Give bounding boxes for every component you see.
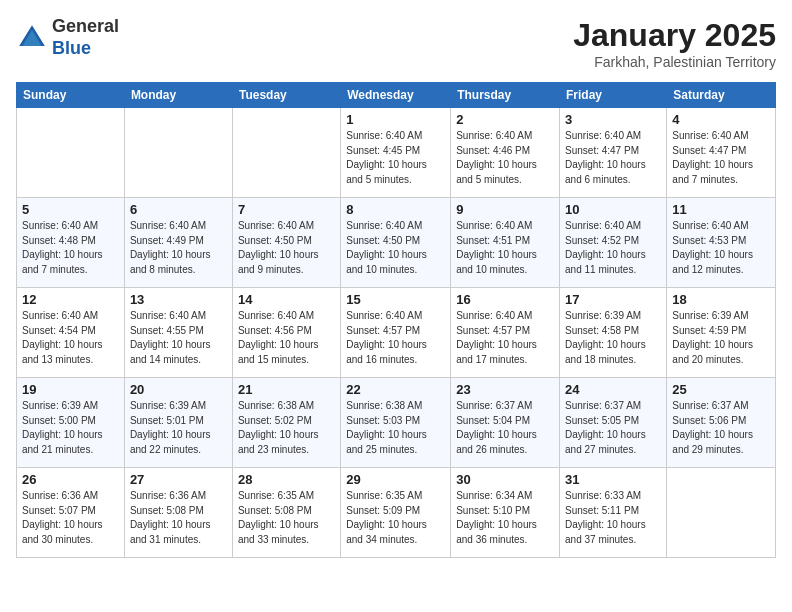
day-info: Sunrise: 6:40 AM Sunset: 4:57 PM Dayligh… (346, 309, 445, 367)
day-info: Sunrise: 6:40 AM Sunset: 4:56 PM Dayligh… (238, 309, 335, 367)
day-number: 9 (456, 202, 554, 217)
day-number: 14 (238, 292, 335, 307)
day-info: Sunrise: 6:40 AM Sunset: 4:54 PM Dayligh… (22, 309, 119, 367)
calendar-week-row: 12Sunrise: 6:40 AM Sunset: 4:54 PM Dayli… (17, 288, 776, 378)
calendar-cell: 18Sunrise: 6:39 AM Sunset: 4:59 PM Dayli… (667, 288, 776, 378)
calendar-cell: 17Sunrise: 6:39 AM Sunset: 4:58 PM Dayli… (560, 288, 667, 378)
calendar-cell: 8Sunrise: 6:40 AM Sunset: 4:50 PM Daylig… (341, 198, 451, 288)
column-header-friday: Friday (560, 83, 667, 108)
calendar-cell: 24Sunrise: 6:37 AM Sunset: 5:05 PM Dayli… (560, 378, 667, 468)
calendar-cell: 16Sunrise: 6:40 AM Sunset: 4:57 PM Dayli… (451, 288, 560, 378)
calendar-cell: 7Sunrise: 6:40 AM Sunset: 4:50 PM Daylig… (232, 198, 340, 288)
month-title: January 2025 (573, 16, 776, 54)
day-number: 15 (346, 292, 445, 307)
calendar-cell: 6Sunrise: 6:40 AM Sunset: 4:49 PM Daylig… (124, 198, 232, 288)
day-info: Sunrise: 6:39 AM Sunset: 4:59 PM Dayligh… (672, 309, 770, 367)
day-info: Sunrise: 6:40 AM Sunset: 4:47 PM Dayligh… (672, 129, 770, 187)
day-number: 29 (346, 472, 445, 487)
calendar-cell: 5Sunrise: 6:40 AM Sunset: 4:48 PM Daylig… (17, 198, 125, 288)
day-info: Sunrise: 6:37 AM Sunset: 5:05 PM Dayligh… (565, 399, 661, 457)
day-number: 5 (22, 202, 119, 217)
day-info: Sunrise: 6:40 AM Sunset: 4:50 PM Dayligh… (346, 219, 445, 277)
calendar-cell (17, 108, 125, 198)
day-number: 27 (130, 472, 227, 487)
day-number: 1 (346, 112, 445, 127)
day-number: 18 (672, 292, 770, 307)
calendar-cell: 23Sunrise: 6:37 AM Sunset: 5:04 PM Dayli… (451, 378, 560, 468)
day-number: 26 (22, 472, 119, 487)
day-number: 22 (346, 382, 445, 397)
calendar-cell: 21Sunrise: 6:38 AM Sunset: 5:02 PM Dayli… (232, 378, 340, 468)
day-number: 6 (130, 202, 227, 217)
calendar-cell: 10Sunrise: 6:40 AM Sunset: 4:52 PM Dayli… (560, 198, 667, 288)
day-number: 4 (672, 112, 770, 127)
day-number: 24 (565, 382, 661, 397)
location: Farkhah, Palestinian Territory (573, 54, 776, 70)
day-info: Sunrise: 6:35 AM Sunset: 5:08 PM Dayligh… (238, 489, 335, 547)
day-number: 7 (238, 202, 335, 217)
calendar-cell: 19Sunrise: 6:39 AM Sunset: 5:00 PM Dayli… (17, 378, 125, 468)
calendar-week-row: 26Sunrise: 6:36 AM Sunset: 5:07 PM Dayli… (17, 468, 776, 558)
calendar-header-row: SundayMondayTuesdayWednesdayThursdayFrid… (17, 83, 776, 108)
day-number: 23 (456, 382, 554, 397)
day-number: 31 (565, 472, 661, 487)
day-info: Sunrise: 6:40 AM Sunset: 4:53 PM Dayligh… (672, 219, 770, 277)
day-info: Sunrise: 6:40 AM Sunset: 4:49 PM Dayligh… (130, 219, 227, 277)
calendar-cell: 30Sunrise: 6:34 AM Sunset: 5:10 PM Dayli… (451, 468, 560, 558)
calendar-cell: 31Sunrise: 6:33 AM Sunset: 5:11 PM Dayli… (560, 468, 667, 558)
day-info: Sunrise: 6:40 AM Sunset: 4:46 PM Dayligh… (456, 129, 554, 187)
logo-icon (16, 22, 48, 54)
day-info: Sunrise: 6:34 AM Sunset: 5:10 PM Dayligh… (456, 489, 554, 547)
calendar-cell: 22Sunrise: 6:38 AM Sunset: 5:03 PM Dayli… (341, 378, 451, 468)
calendar-cell (667, 468, 776, 558)
day-info: Sunrise: 6:36 AM Sunset: 5:08 PM Dayligh… (130, 489, 227, 547)
day-info: Sunrise: 6:33 AM Sunset: 5:11 PM Dayligh… (565, 489, 661, 547)
day-info: Sunrise: 6:37 AM Sunset: 5:04 PM Dayligh… (456, 399, 554, 457)
calendar-cell: 3Sunrise: 6:40 AM Sunset: 4:47 PM Daylig… (560, 108, 667, 198)
calendar-week-row: 19Sunrise: 6:39 AM Sunset: 5:00 PM Dayli… (17, 378, 776, 468)
day-info: Sunrise: 6:40 AM Sunset: 4:47 PM Dayligh… (565, 129, 661, 187)
calendar-cell (232, 108, 340, 198)
column-header-sunday: Sunday (17, 83, 125, 108)
calendar-week-row: 1Sunrise: 6:40 AM Sunset: 4:45 PM Daylig… (17, 108, 776, 198)
day-number: 30 (456, 472, 554, 487)
day-info: Sunrise: 6:40 AM Sunset: 4:48 PM Dayligh… (22, 219, 119, 277)
calendar-cell: 13Sunrise: 6:40 AM Sunset: 4:55 PM Dayli… (124, 288, 232, 378)
day-number: 28 (238, 472, 335, 487)
day-number: 2 (456, 112, 554, 127)
column-header-monday: Monday (124, 83, 232, 108)
calendar-cell: 28Sunrise: 6:35 AM Sunset: 5:08 PM Dayli… (232, 468, 340, 558)
day-number: 11 (672, 202, 770, 217)
calendar-cell: 15Sunrise: 6:40 AM Sunset: 4:57 PM Dayli… (341, 288, 451, 378)
day-info: Sunrise: 6:38 AM Sunset: 5:02 PM Dayligh… (238, 399, 335, 457)
day-info: Sunrise: 6:37 AM Sunset: 5:06 PM Dayligh… (672, 399, 770, 457)
column-header-wednesday: Wednesday (341, 83, 451, 108)
day-info: Sunrise: 6:40 AM Sunset: 4:52 PM Dayligh… (565, 219, 661, 277)
calendar-table: SundayMondayTuesdayWednesdayThursdayFrid… (16, 82, 776, 558)
calendar-cell: 14Sunrise: 6:40 AM Sunset: 4:56 PM Dayli… (232, 288, 340, 378)
day-number: 19 (22, 382, 119, 397)
day-number: 3 (565, 112, 661, 127)
calendar-cell: 1Sunrise: 6:40 AM Sunset: 4:45 PM Daylig… (341, 108, 451, 198)
day-number: 10 (565, 202, 661, 217)
day-info: Sunrise: 6:39 AM Sunset: 5:00 PM Dayligh… (22, 399, 119, 457)
day-number: 12 (22, 292, 119, 307)
day-number: 16 (456, 292, 554, 307)
calendar-week-row: 5Sunrise: 6:40 AM Sunset: 4:48 PM Daylig… (17, 198, 776, 288)
day-number: 13 (130, 292, 227, 307)
day-number: 17 (565, 292, 661, 307)
day-info: Sunrise: 6:36 AM Sunset: 5:07 PM Dayligh… (22, 489, 119, 547)
column-header-saturday: Saturday (667, 83, 776, 108)
column-header-tuesday: Tuesday (232, 83, 340, 108)
day-number: 21 (238, 382, 335, 397)
calendar-cell: 27Sunrise: 6:36 AM Sunset: 5:08 PM Dayli… (124, 468, 232, 558)
column-header-thursday: Thursday (451, 83, 560, 108)
calendar-cell: 11Sunrise: 6:40 AM Sunset: 4:53 PM Dayli… (667, 198, 776, 288)
title-block: January 2025 Farkhah, Palestinian Territ… (573, 16, 776, 70)
calendar-cell (124, 108, 232, 198)
calendar-cell: 9Sunrise: 6:40 AM Sunset: 4:51 PM Daylig… (451, 198, 560, 288)
calendar-cell: 4Sunrise: 6:40 AM Sunset: 4:47 PM Daylig… (667, 108, 776, 198)
day-info: Sunrise: 6:35 AM Sunset: 5:09 PM Dayligh… (346, 489, 445, 547)
calendar-cell: 25Sunrise: 6:37 AM Sunset: 5:06 PM Dayli… (667, 378, 776, 468)
day-info: Sunrise: 6:40 AM Sunset: 4:50 PM Dayligh… (238, 219, 335, 277)
